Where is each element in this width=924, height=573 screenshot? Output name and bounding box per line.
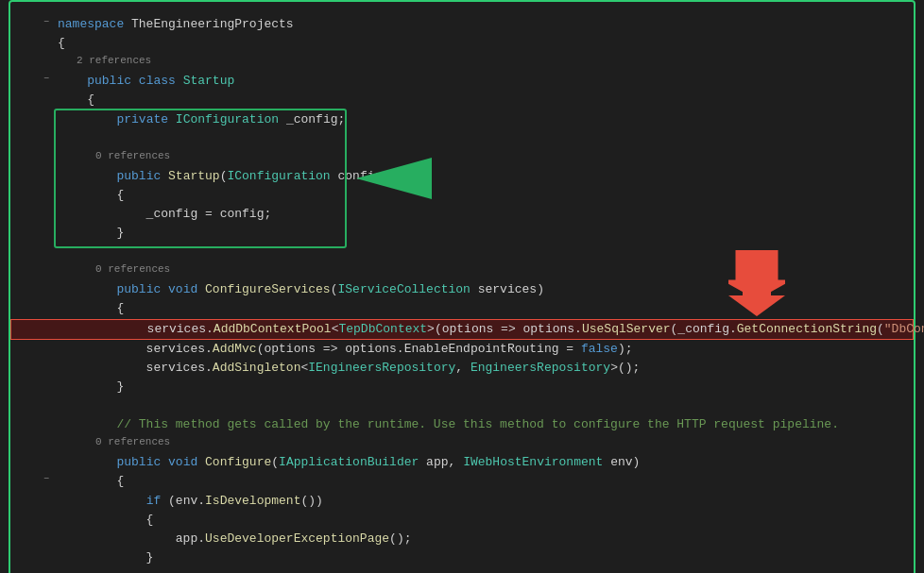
code-line: public Startup(IConfiguration config) [10,167,914,186]
ref-label: 0 references [10,434,914,453]
code-line: −namespace TheEngineeringProjects [10,15,914,34]
code-line: − { [10,472,914,491]
code-line: if (env.IsDevelopment()) [10,492,914,511]
red-arrow [728,250,785,320]
svg-marker-0 [356,158,432,199]
green-arrow [356,158,432,203]
code-line [10,129,914,148]
code-line: services.AddSingleton<IEngineersReposito… [10,359,914,378]
code-container: −namespace TheEngineeringProjects{2 refe… [9,0,915,573]
svg-rect-2 [743,250,771,295]
code-line: { [10,34,914,53]
code-line [10,396,914,415]
ref-label: 0 references [10,148,914,167]
code-line: } [10,378,914,396]
code-line: app.UseDeveloperExceptionPage(); [10,530,914,548]
code-line: private IConfiguration _config; [10,110,914,129]
code-line: // This method gets called by the runtim… [10,415,914,434]
code-line: { [10,511,914,530]
code-line: } [10,548,914,567]
code-line: services.AddDbContextPool<TepDbContext>(… [10,319,914,340]
ref-label: 2 references [10,53,914,72]
code-line: − public class Startup [10,72,914,91]
code-line: } [10,224,914,243]
code-line: { [10,186,914,205]
code-line: public void Configure(IApplicationBuilde… [10,453,914,472]
code-line [10,567,914,573]
code-line: services.AddMvc(options => options.Enabl… [10,340,914,359]
code-line: { [10,91,914,110]
svg-marker-3 [728,295,785,316]
code-line: _config = config; [10,205,914,224]
